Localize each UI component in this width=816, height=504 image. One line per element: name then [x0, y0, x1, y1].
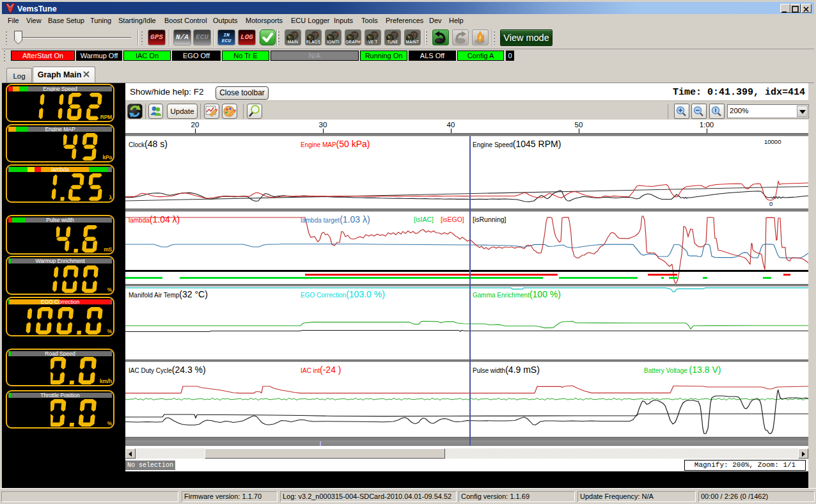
svg-text:GRAPH: GRAPH	[345, 40, 361, 44]
svg-text:FLAGS: FLAGS	[306, 40, 321, 44]
svg-text:TUNE: TUNE	[387, 40, 398, 44]
svg-text:MAINT: MAINT	[406, 40, 420, 44]
svg-text:IGNITI: IGNITI	[327, 40, 339, 44]
svg-text:VE T: VE T	[368, 40, 377, 44]
svg-text:MAIN: MAIN	[288, 40, 299, 44]
